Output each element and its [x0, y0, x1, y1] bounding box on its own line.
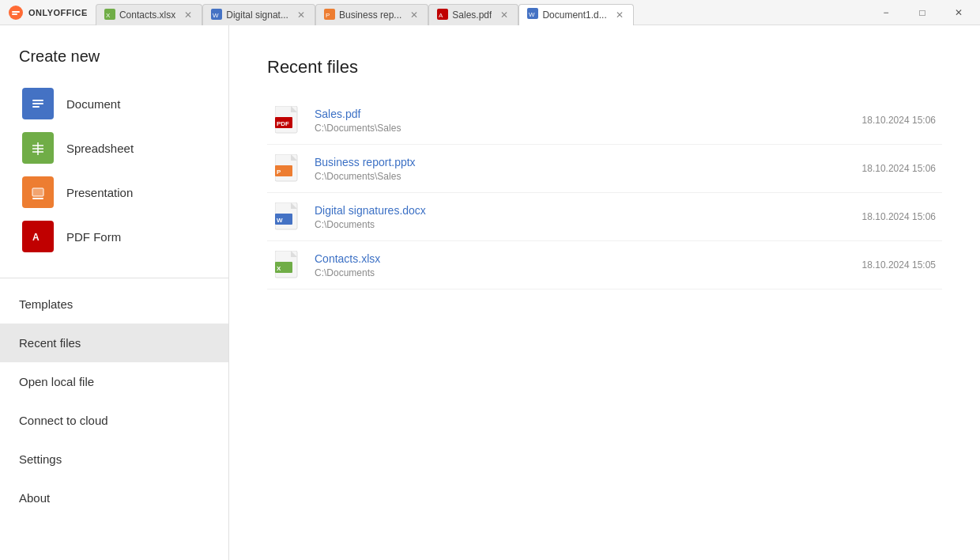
svg-text:W: W: [529, 11, 535, 18]
file-list: PDF Sales.pdf C:\Documents\Sales 18.10.2…: [267, 96, 942, 289]
create-label-presentation: Presentation: [66, 186, 133, 199]
file-icon-business-pptx: P: [273, 154, 302, 183]
nav-item-about[interactable]: About: [0, 479, 228, 517]
file-info-sales-pdf: Sales.pdf C:\Documents\Sales: [315, 108, 862, 134]
content-title: Recent files: [267, 57, 942, 78]
file-item-contacts-xlsx[interactable]: X Contacts.xlsx C:\Documents 18.10.2024 …: [267, 241, 942, 289]
sidebar-divider: [0, 278, 228, 278]
file-icon-contacts-xlsx: X: [273, 251, 302, 279]
file-name-digital-docx: Digital signatures.docx: [315, 204, 862, 217]
svg-text:W: W: [213, 12, 219, 19]
sidebar: Create new Document Spreadsheet: [0, 25, 229, 560]
svg-text:P: P: [326, 12, 330, 19]
create-presentation[interactable]: Presentation: [19, 170, 209, 214]
tab-close-contacts[interactable]: ✕: [183, 9, 194, 21]
file-info-digital-docx: Digital signatures.docx C:\Documents: [315, 204, 862, 230]
file-info-contacts-xlsx: Contacts.xlsx C:\Documents: [315, 252, 862, 278]
svg-rect-23: [32, 188, 43, 196]
file-path-sales-pdf: C:\Documents\Sales: [315, 123, 862, 134]
titlebar: ONLYOFFICE X Contacts.xlsx ✕ W Digital s…: [0, 0, 980, 25]
tab-label-doc1: Document1.d...: [542, 9, 606, 21]
file-item-business-pptx[interactable]: P Business report.pptx C:\Documents\Sale…: [267, 145, 942, 193]
nav-item-templates[interactable]: Templates: [0, 285, 228, 324]
nav-item-recent[interactable]: Recent files: [0, 324, 228, 362]
svg-text:X: X: [106, 12, 111, 19]
file-date-digital-docx: 18.10.2024 15:06: [862, 211, 936, 222]
create-label-spreadsheet: Spreadsheet: [66, 142, 134, 155]
main-container: Create new Document Spreadsheet: [0, 25, 980, 560]
file-item-sales-pdf[interactable]: PDF Sales.pdf C:\Documents\Sales 18.10.2…: [267, 96, 942, 145]
svg-rect-24: [32, 198, 43, 199]
tab-close-doc1[interactable]: ✕: [614, 9, 625, 21]
create-label-document: Document: [66, 97, 120, 111]
logo-icon: [8, 5, 24, 21]
maximize-button[interactable]: □: [904, 0, 940, 25]
tab-digital[interactable]: W Digital signat... ✕: [202, 4, 315, 25]
file-icon-sales-pdf: PDF: [273, 106, 302, 134]
file-name-business-pptx: Business report.pptx: [315, 156, 862, 168]
tab-icon-contacts: X: [104, 9, 115, 22]
svg-rect-1: [12, 11, 20, 13]
file-date-sales-pdf: 18.10.2024 15:06: [862, 115, 936, 126]
close-button[interactable]: ✕: [940, 0, 977, 25]
content-area: Recent files PDF Sales.pdf C:\Documents\…: [229, 25, 980, 560]
create-icon-presentation: [22, 176, 54, 208]
file-item-digital-docx[interactable]: W Digital signatures.docx C:\Documents 1…: [267, 193, 942, 241]
tab-label-sales: Sales.pdf: [452, 9, 492, 21]
minimize-button[interactable]: −: [868, 0, 904, 25]
tabs-bar: X Contacts.xlsx ✕ W Digital signat... ✕ …: [96, 0, 865, 25]
file-path-business-pptx: C:\Documents\Sales: [315, 171, 862, 182]
nav-item-settings[interactable]: Settings: [0, 440, 228, 479]
tab-icon-business: P: [324, 9, 335, 22]
svg-text:A: A: [439, 12, 443, 19]
svg-rect-14: [32, 100, 43, 101]
create-label-pdfform: PDF Form: [66, 230, 121, 244]
file-date-contacts-xlsx: 18.10.2024 15:05: [862, 259, 936, 271]
svg-text:P: P: [277, 168, 281, 176]
tab-business[interactable]: P Business rep... ✕: [315, 4, 428, 25]
svg-text:PDF: PDF: [277, 120, 289, 127]
create-pdfform[interactable]: A PDF Form: [19, 214, 209, 259]
nav-item-local[interactable]: Open local file: [0, 362, 228, 401]
sidebar-nav: TemplatesRecent filesOpen local fileConn…: [0, 285, 228, 517]
nav-item-cloud[interactable]: Connect to cloud: [0, 401, 228, 440]
svg-rect-2: [12, 13, 17, 15]
file-name-sales-pdf: Sales.pdf: [315, 108, 862, 120]
file-date-business-pptx: 18.10.2024 15:06: [862, 163, 936, 174]
tab-contacts[interactable]: X Contacts.xlsx ✕: [96, 4, 202, 25]
file-path-contacts-xlsx: C:\Documents: [315, 267, 862, 278]
create-icon-spreadsheet: [22, 132, 54, 164]
tab-doc1[interactable]: W Document1.d... ✕: [518, 4, 633, 25]
tab-icon-digital: W: [211, 9, 222, 22]
create-icon-document: [22, 88, 54, 119]
svg-rect-15: [32, 103, 43, 104]
tab-label-contacts: Contacts.xlsx: [119, 9, 175, 21]
svg-rect-16: [32, 106, 40, 108]
file-path-digital-docx: C:\Documents: [315, 219, 862, 230]
file-info-business-pptx: Business report.pptx C:\Documents\Sales: [315, 156, 862, 182]
logo-area: ONLYOFFICE: [0, 5, 96, 21]
tab-close-digital[interactable]: ✕: [296, 9, 307, 21]
tab-close-business[interactable]: ✕: [409, 9, 420, 21]
tab-icon-sales: A: [437, 9, 448, 22]
create-spreadsheet[interactable]: Spreadsheet: [19, 126, 209, 170]
file-name-contacts-xlsx: Contacts.xlsx: [315, 252, 862, 265]
svg-text:W: W: [277, 217, 283, 224]
svg-text:X: X: [277, 265, 281, 272]
create-document[interactable]: Document: [19, 81, 209, 126]
tab-icon-doc1: W: [527, 8, 538, 21]
create-icon-pdfform: A: [22, 221, 54, 252]
create-new-section: Create new Document Spreadsheet: [0, 25, 228, 271]
file-icon-digital-docx: W: [273, 202, 302, 231]
create-new-title: Create new: [19, 47, 209, 66]
create-items-list: Document Spreadsheet Presentation A PDF …: [19, 81, 209, 259]
window-controls: − □ ✕: [865, 0, 980, 25]
tab-sales[interactable]: A Sales.pdf ✕: [428, 4, 518, 25]
tab-label-business: Business rep...: [339, 9, 401, 21]
svg-text:A: A: [32, 232, 40, 243]
tab-label-digital: Digital signat...: [226, 9, 288, 21]
tab-close-sales[interactable]: ✕: [499, 9, 510, 21]
logo-text: ONLYOFFICE: [28, 8, 88, 17]
